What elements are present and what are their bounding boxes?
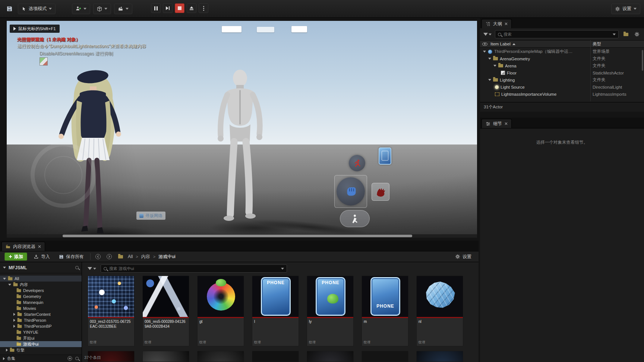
mode-dropdown[interactable]: 选项模式 [18, 4, 56, 14]
jump-hud-button[interactable] [340, 210, 370, 227]
sprint-hud-button[interactable] [349, 155, 365, 171]
tree-item-yinyue[interactable]: YINYUE [0, 329, 82, 335]
tree-item-geometry[interactable]: Geometry [0, 293, 82, 299]
outliner-row[interactable]: LightmassImportanceVolume LightmassImpor… [480, 90, 644, 98]
outliner-row[interactable]: Light Source DirectionalLight [480, 83, 644, 90]
stop-button[interactable] [175, 3, 184, 13]
history-back-button[interactable] [94, 253, 102, 260]
asset-tile[interactable]: 003_res2-015701-06725EAC-00132BEE 纹理 [88, 276, 135, 346]
tab-close-button[interactable] [505, 22, 508, 25]
outliner-row[interactable]: Lighting 文件夹 [480, 76, 644, 83]
expander-icon[interactable] [3, 278, 6, 280]
save-button[interactable] [4, 3, 15, 15]
asset-tile[interactable]: PHONE l 纹理 [252, 276, 299, 346]
cb-settings-button[interactable]: 设置 [452, 253, 474, 261]
tree-item-mannequin[interactable]: Mannequin [0, 299, 82, 305]
column-type[interactable]: 类型 [593, 41, 601, 47]
outliner-row[interactable]: Floor StaticMeshActor [480, 69, 644, 76]
asset-search-input[interactable] [109, 266, 279, 271]
viewport-hscrollbar-thumb[interactable] [63, 235, 412, 237]
add-collection-icon[interactable] [67, 356, 72, 361]
tree-item-movies[interactable]: Movies [0, 305, 82, 311]
tree-item-start-ui[interactable]: 开始ui [0, 335, 82, 341]
history-forward-button[interactable] [105, 253, 113, 260]
hud-top-box[interactable] [291, 26, 307, 32]
collections-bar[interactable]: 合集 [0, 355, 82, 362]
virtual-joystick[interactable] [31, 142, 96, 208]
outliner-new-folder-button[interactable] [622, 30, 630, 38]
frame-skip-button[interactable] [163, 3, 173, 13]
outliner-filter-button[interactable] [483, 30, 492, 38]
add-actor-dropdown[interactable] [72, 4, 90, 14]
tree-item-content[interactable]: 内容 [0, 282, 82, 288]
editor-settings-dropdown[interactable]: 设置 [611, 4, 640, 14]
asset-search[interactable] [101, 264, 287, 273]
expander-icon[interactable] [6, 349, 8, 352]
tab-details[interactable]: 细节 [482, 119, 512, 128]
tree-item-developers[interactable]: Developers [0, 288, 82, 293]
asset-tile[interactable]: PHONE m 纹理 [362, 276, 408, 346]
search-icon[interactable] [75, 266, 79, 269]
expander-icon[interactable] [3, 357, 5, 360]
expander-icon[interactable] [488, 58, 491, 60]
tree-item-all[interactable]: All [0, 276, 82, 282]
import-button[interactable]: 导入 [31, 253, 53, 261]
play-options-button[interactable] [199, 3, 208, 13]
cinematics-dropdown[interactable] [114, 4, 132, 14]
breadcrumb-current[interactable]: 游戏中ui [158, 254, 175, 260]
tree-item-thirdpersonbp[interactable]: ThirdPersonBP [0, 323, 82, 329]
asset-tile[interactable] [307, 351, 354, 362]
viewport-hscrollbar[interactable] [7, 234, 477, 238]
pause-button[interactable] [151, 3, 161, 13]
breadcrumb-content[interactable]: 内容 [141, 254, 150, 260]
hud-top-box[interactable] [257, 27, 274, 32]
outliner-scrollbar-thumb[interactable] [642, 50, 643, 71]
asset-tile[interactable]: gt 纹理 [197, 276, 244, 346]
asset-tile[interactable]: nl 纹理 [416, 276, 463, 346]
tab-close-button[interactable] [38, 245, 41, 248]
expander-icon[interactable] [13, 319, 15, 322]
viewport[interactable]: 鼠标光标的Shift+F1 光照需要重建（1 未构建 对象） 运行控制台命令"D… [7, 21, 477, 238]
search-icon[interactable] [75, 357, 79, 360]
punch-hud-button[interactable] [337, 177, 365, 206]
tree-item-engine[interactable]: 引擎 [0, 347, 82, 353]
expander-icon[interactable] [493, 65, 496, 67]
expander-icon[interactable] [13, 325, 15, 328]
tab-outliner[interactable]: 大纲 [482, 19, 512, 28]
breadcrumb-all[interactable]: All [128, 254, 133, 259]
eject-button[interactable] [187, 3, 196, 13]
claw-hud-button[interactable] [372, 183, 389, 201]
expander-icon[interactable] [8, 284, 11, 286]
outliner-search-input[interactable] [503, 32, 610, 36]
tree-item-thirdperson[interactable]: ThirdPerson [0, 317, 82, 323]
outliner-row[interactable]: ThirdPersonExampleMap（编辑器中运行） 世界场景 [480, 48, 644, 55]
outliner-search[interactable] [495, 30, 619, 38]
asset-tile[interactable] [142, 351, 189, 362]
column-item-label[interactable]: Item Label [490, 42, 511, 46]
outliner-row[interactable]: Arena 文件夹 [480, 62, 644, 69]
mannequin-character[interactable] [208, 69, 271, 225]
hud-top-box[interactable] [222, 26, 242, 32]
asset-tile[interactable] [252, 351, 299, 362]
expander-icon[interactable] [3, 267, 6, 269]
expander-icon[interactable] [483, 51, 486, 53]
blueprints-dropdown[interactable] [93, 4, 111, 14]
asset-tile[interactable] [416, 351, 463, 362]
tab-close-button[interactable] [505, 122, 508, 125]
expander-icon[interactable] [13, 313, 15, 316]
visibility-eye-icon[interactable] [482, 42, 487, 46]
expander-icon[interactable] [488, 79, 491, 81]
phone-hud-button[interactable] [379, 147, 391, 165]
tree-item-ingame-ui[interactable]: 游戏中ui [0, 341, 82, 347]
asset-tile[interactable] [197, 351, 244, 362]
asset-filter-button[interactable] [86, 264, 97, 273]
choose-path-button[interactable] [117, 253, 124, 260]
save-all-button[interactable]: 保存所有 [56, 253, 86, 261]
tab-content-browser[interactable]: 内容浏览器 [1, 242, 45, 251]
asset-tile[interactable]: PHONE ly 纹理 [307, 276, 354, 346]
asset-tile[interactable]: 006_res5-000289-041269A8-0002B434 纹理 [142, 276, 189, 346]
outliner-settings-button[interactable] [633, 30, 641, 38]
asset-tile[interactable] [362, 351, 408, 362]
add-button[interactable]: 添加 [4, 253, 27, 261]
tree-item-startercontent[interactable]: StarterContent [0, 311, 82, 317]
